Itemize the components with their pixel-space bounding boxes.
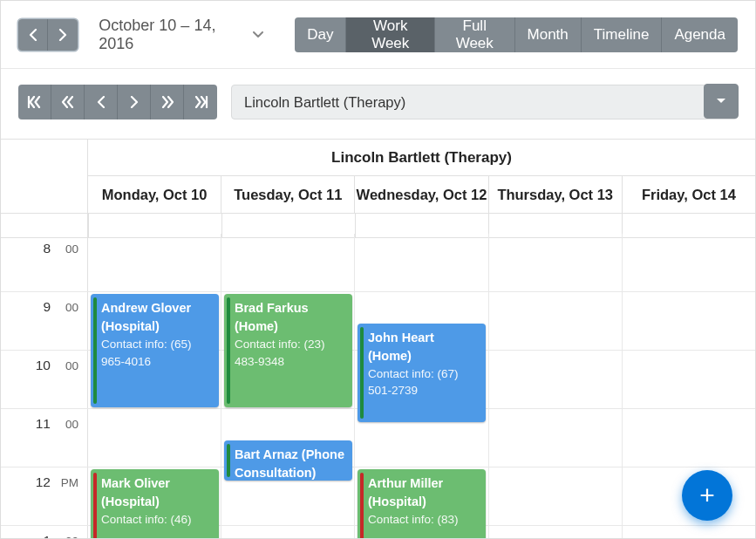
time-cell[interactable] xyxy=(488,351,622,408)
hour-label: 8 xyxy=(43,241,51,256)
resource-select[interactable]: Lincoln Bartlett (Therapy) xyxy=(231,85,738,119)
add-appointment-fab[interactable]: + xyxy=(682,470,732,521)
next-period-button[interactable] xyxy=(48,19,78,51)
view-switcher: DayWork WeekFull WeekMonthTimelineAgenda xyxy=(295,17,738,52)
chevron-double-right-bar-icon xyxy=(194,96,208,108)
day-header[interactable]: Friday, Oct 14 xyxy=(622,176,755,213)
resource-next-page-button[interactable] xyxy=(151,85,184,119)
date-nav-group xyxy=(18,19,78,51)
time-cell[interactable] xyxy=(88,409,221,467)
appointment[interactable]: Brad Farkus (Home)Contact info: (23) 483… xyxy=(224,294,352,407)
hour-minutes: PM xyxy=(61,476,78,489)
time-cell[interactable] xyxy=(622,351,755,408)
time-cell[interactable] xyxy=(488,526,622,538)
prev-period-button[interactable] xyxy=(18,19,48,51)
chevron-double-left-icon xyxy=(61,96,75,108)
time-gutter-cell: 1000 xyxy=(1,351,88,408)
time-gutter-cell: 100 xyxy=(1,526,88,538)
hour-minutes: 00 xyxy=(65,535,78,538)
view-full-week[interactable]: Full Week xyxy=(435,17,515,52)
resource-prev-page-button[interactable] xyxy=(51,85,85,119)
time-cell[interactable] xyxy=(488,467,622,525)
hour-label: 9 xyxy=(43,299,51,315)
appointment-info: Contact info: (23) 483-9348 xyxy=(235,336,345,370)
resource-prev-button[interactable] xyxy=(85,85,118,119)
time-gutter-cell: 1100 xyxy=(1,409,88,467)
time-cell[interactable] xyxy=(488,234,622,291)
top-toolbar: October 10 – 14, 2016 DayWork WeekFull W… xyxy=(1,1,755,69)
appointment[interactable]: Bart Arnaz (Phone Consultation) xyxy=(224,440,352,481)
resource-select-toggle[interactable] xyxy=(704,84,739,119)
chevron-down-icon xyxy=(253,31,263,38)
view-month[interactable]: Month xyxy=(515,17,582,52)
calendar: Lincoln Bartlett (Therapy) Monday, Oct 1… xyxy=(1,139,755,538)
appointment-title: Bart Arnaz (Phone Consultation) xyxy=(235,446,345,481)
appointment-title: Mark Oliver (Hospital) xyxy=(101,474,212,511)
time-cell[interactable] xyxy=(488,409,622,467)
resource-bar: Lincoln Bartlett (Therapy) xyxy=(1,69,755,119)
day-header[interactable]: Monday, Oct 10 xyxy=(88,176,221,213)
caret-down-icon xyxy=(716,98,726,105)
chevron-left-icon xyxy=(29,29,37,41)
chevron-right-icon xyxy=(58,29,67,41)
resource-nav-group xyxy=(18,85,217,119)
appointment[interactable]: Andrew Glover (Hospital)Contact info: (6… xyxy=(91,294,219,407)
hour-label: 12 xyxy=(36,474,51,490)
time-cell[interactable] xyxy=(622,409,755,467)
hour-minutes: 00 xyxy=(65,301,78,314)
day-header[interactable]: Wednesday, Oct 12 xyxy=(354,176,487,213)
appointment[interactable]: Arthur Miller (Hospital)Contact info: (8… xyxy=(358,469,486,539)
view-agenda[interactable]: Agenda xyxy=(662,17,738,52)
appointment-info: Contact info: (46) xyxy=(101,511,212,529)
date-range-text: October 10 – 14, 2016 xyxy=(99,17,246,53)
time-gutter-header xyxy=(1,140,88,213)
time-gutter-cell: 800 xyxy=(1,234,88,291)
view-timeline[interactable]: Timeline xyxy=(582,17,663,52)
time-cell[interactable] xyxy=(354,234,487,291)
appointment-title: Andrew Glover (Hospital) xyxy=(101,299,212,336)
hour-minutes: 00 xyxy=(65,242,78,256)
appointment[interactable]: John Heart (Home)Contact info: (67) 501-… xyxy=(358,324,486,422)
appointment-title: Arthur Miller (Hospital) xyxy=(368,474,479,511)
hour-label: 1 xyxy=(43,533,51,538)
calendar-headers: Lincoln Bartlett (Therapy) Monday, Oct 1… xyxy=(1,140,755,214)
view-day[interactable]: Day xyxy=(295,17,346,52)
appointment[interactable]: Mark Oliver (Hospital)Contact info: (46) xyxy=(91,469,219,539)
time-cell[interactable] xyxy=(88,234,221,291)
appointment-info: Contact info: (67) 501-2739 xyxy=(368,365,479,399)
chevron-double-left-bar-icon xyxy=(27,96,42,108)
resource-group-header: Lincoln Bartlett (Therapy) xyxy=(88,140,755,176)
resource-last-button[interactable] xyxy=(184,85,217,119)
hour-label: 10 xyxy=(36,358,51,373)
resource-next-button[interactable] xyxy=(118,85,151,119)
plus-icon: + xyxy=(699,481,715,510)
time-gutter-cell: 900 xyxy=(1,292,88,350)
view-work-week[interactable]: Work Week xyxy=(346,17,435,52)
appointment-title: Brad Farkus (Home) xyxy=(235,299,345,336)
time-cell[interactable] xyxy=(622,526,755,538)
time-cell[interactable] xyxy=(221,526,354,538)
appointment-title: John Heart (Home) xyxy=(368,329,479,365)
date-range-picker[interactable]: October 10 – 14, 2016 xyxy=(99,17,263,53)
chevron-left-icon xyxy=(97,96,106,108)
hour-label: 11 xyxy=(36,416,51,432)
hour-minutes: 00 xyxy=(65,359,78,372)
day-header[interactable]: Tuesday, Oct 11 xyxy=(221,176,354,213)
time-cell[interactable] xyxy=(622,292,755,350)
time-cell[interactable] xyxy=(488,292,622,350)
time-gutter-cell: 12PM xyxy=(1,467,88,525)
appointment-info: Contact info: (65) 965-4016 xyxy=(101,336,212,370)
time-cell[interactable] xyxy=(622,234,755,291)
appointment-info: Contact info: (83) xyxy=(368,511,479,529)
chevron-right-icon xyxy=(130,96,139,108)
hour-minutes: 00 xyxy=(65,418,78,431)
resource-select-text: Lincoln Bartlett (Therapy) xyxy=(244,94,405,111)
resource-first-button[interactable] xyxy=(18,85,51,119)
day-header[interactable]: Thursday, Oct 13 xyxy=(488,176,622,213)
chevron-double-right-icon xyxy=(160,96,174,108)
time-cell[interactable] xyxy=(221,234,354,291)
